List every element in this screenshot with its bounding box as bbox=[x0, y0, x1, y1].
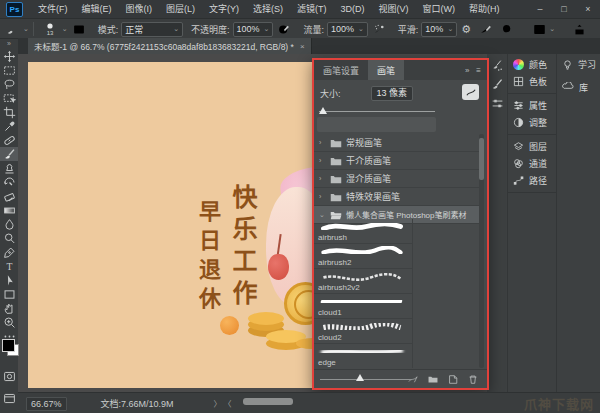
panel-tab-paths[interactable]: 路径 bbox=[508, 172, 556, 189]
minimize-button[interactable]: – bbox=[528, 0, 552, 18]
tool-clone-stamp[interactable] bbox=[0, 161, 18, 175]
brush-tool-preset-icon[interactable] bbox=[6, 23, 19, 36]
tool-zoom[interactable] bbox=[0, 315, 18, 329]
opacity-pressure-icon[interactable] bbox=[277, 23, 291, 36]
size-pressure-icon[interactable] bbox=[479, 23, 493, 36]
menu-edit[interactable]: 编辑(E) bbox=[75, 0, 119, 18]
menu-file[interactable]: 文件(F) bbox=[31, 0, 75, 18]
tool-hand[interactable] bbox=[0, 301, 18, 315]
panel-bottom-bar bbox=[314, 369, 487, 388]
size-value[interactable]: 13 像素 bbox=[371, 86, 414, 101]
tool-brush[interactable] bbox=[0, 147, 18, 161]
tool-eyedropper[interactable] bbox=[0, 119, 18, 133]
tool-path-selection[interactable] bbox=[0, 273, 18, 287]
panel-tab-swatches[interactable]: 色板 bbox=[508, 73, 556, 90]
brush-item[interactable]: cloud1 bbox=[314, 294, 413, 319]
search-icon[interactable] bbox=[501, 23, 514, 36]
menu-help[interactable]: 帮助(H) bbox=[462, 0, 507, 18]
brush-item[interactable]: airbrush bbox=[314, 219, 413, 244]
workspace-switcher-icon[interactable]: ⌄ bbox=[532, 23, 555, 36]
panel-scrollbar-thumb[interactable] bbox=[479, 138, 484, 180]
close-button[interactable]: × bbox=[576, 0, 600, 18]
menu-image[interactable]: 图像(I) bbox=[119, 0, 160, 18]
tool-lasso[interactable] bbox=[0, 77, 18, 91]
foreground-color-swatch[interactable] bbox=[2, 339, 15, 352]
menu-type[interactable]: 文字(Y) bbox=[202, 0, 246, 18]
brush-item[interactable]: airbrush2v2 bbox=[314, 269, 413, 294]
brush-item[interactable]: airbrush2 bbox=[314, 244, 413, 269]
size-slider-track[interactable] bbox=[319, 111, 435, 112]
menu-layer[interactable]: 图层(L) bbox=[159, 0, 202, 18]
share-icon[interactable] bbox=[573, 23, 586, 36]
tab-close-icon[interactable]: × bbox=[300, 42, 305, 51]
airbrush-icon[interactable] bbox=[372, 23, 386, 36]
panel-tab-properties[interactable]: 属性 bbox=[508, 97, 556, 114]
stroke-preview-toggle-icon[interactable] bbox=[462, 84, 479, 100]
panel-scrollbar[interactable] bbox=[479, 134, 484, 368]
tool-pen[interactable] bbox=[0, 245, 18, 259]
menu-3d[interactable]: 3D(D) bbox=[334, 0, 372, 18]
menu-filter[interactable]: 滤镜(T) bbox=[290, 0, 334, 18]
panel-tab-layers[interactable]: 图层 bbox=[508, 138, 556, 155]
brush-folder[interactable]: › 湿介质画笔 bbox=[314, 170, 480, 188]
tab-brush-settings[interactable]: 画笔设置 bbox=[314, 60, 368, 80]
brush-stroke-preview bbox=[316, 244, 408, 259]
status-arrows[interactable]: 〉〈 bbox=[214, 398, 238, 409]
canvas-text-left: 早日退休 bbox=[191, 200, 223, 340]
brush-folder[interactable]: › 干介质画笔 bbox=[314, 152, 480, 170]
brush-item[interactable]: cloud2 bbox=[314, 319, 413, 344]
menu-window[interactable]: 窗口(W) bbox=[416, 0, 463, 18]
delete-brush-trash-icon[interactable] bbox=[467, 374, 479, 385]
smoothing-select[interactable]: 10%⌄ bbox=[421, 22, 457, 37]
toolbar-expand-icon[interactable]: » bbox=[0, 39, 18, 49]
brushes-panel-icon[interactable] bbox=[487, 75, 507, 94]
smoothing-options-gear-icon[interactable]: ⚙ bbox=[461, 23, 471, 36]
quick-mask-icon[interactable] bbox=[0, 369, 18, 383]
tool-type[interactable]: T bbox=[0, 259, 18, 273]
maximize-button[interactable]: □ bbox=[552, 0, 576, 18]
panel-tab-channels[interactable]: 通道 bbox=[508, 155, 556, 172]
size-slider-thumb[interactable] bbox=[319, 107, 327, 114]
screen-mode-icon[interactable] bbox=[0, 391, 18, 405]
flow-select[interactable]: 100%⌄ bbox=[327, 22, 368, 37]
tool-eraser[interactable] bbox=[0, 189, 18, 203]
menu-select[interactable]: 选择(S) bbox=[246, 0, 290, 18]
new-group-folder-icon[interactable] bbox=[427, 374, 439, 385]
brush-folder[interactable]: › 常规画笔 bbox=[314, 134, 480, 152]
tool-rectangular-marquee[interactable] bbox=[0, 63, 18, 77]
tool-history-brush[interactable] bbox=[0, 175, 18, 189]
tool-rectangle[interactable] bbox=[0, 287, 18, 301]
panel-tab-learn[interactable]: 学习 bbox=[557, 56, 600, 73]
brushes-panel[interactable]: 画笔设置 画笔 » ≡ 大小: 13 像素 › 常规画笔 › 干介质画笔 › 湿… bbox=[312, 58, 489, 390]
smoothing-label: 平滑: bbox=[398, 23, 419, 36]
opacity-select[interactable]: 100%⌄ bbox=[233, 22, 274, 37]
tool-blur[interactable] bbox=[0, 217, 18, 231]
collapse-panel-icon[interactable]: » bbox=[465, 66, 469, 75]
preview-size-slider-thumb[interactable] bbox=[356, 374, 364, 381]
menu-view[interactable]: 视图(V) bbox=[372, 0, 416, 18]
tool-crop[interactable] bbox=[0, 105, 18, 119]
new-brush-icon[interactable] bbox=[447, 374, 459, 385]
panel-tab-libraries[interactable]: 库 bbox=[557, 79, 600, 96]
brush-settings-panel-icon[interactable] bbox=[487, 56, 507, 75]
panel-menu-icon[interactable]: ≡ bbox=[476, 66, 481, 75]
panel-tab-color[interactable]: 颜色 bbox=[508, 56, 556, 73]
brush-preset-picker[interactable]: 13 bbox=[42, 21, 58, 37]
tool-object-selection[interactable] bbox=[0, 91, 18, 105]
brush-item[interactable]: edge bbox=[314, 344, 413, 368]
horizontal-scrollbar-thumb[interactable] bbox=[243, 398, 293, 405]
panel-tab-adjustments[interactable]: 调整 bbox=[508, 114, 556, 131]
tool-move[interactable] bbox=[0, 49, 18, 63]
toggle-brush-settings-panel-icon[interactable] bbox=[72, 23, 86, 36]
tool-gradient[interactable] bbox=[0, 203, 18, 217]
brush-folder[interactable]: › 特殊效果画笔 bbox=[314, 188, 480, 206]
preview-size-slider-track[interactable] bbox=[320, 379, 412, 380]
tool-spot-healing[interactable] bbox=[0, 133, 18, 147]
mode-select[interactable]: 正常⌄ bbox=[121, 22, 183, 37]
color-swatches[interactable] bbox=[2, 339, 18, 355]
document-tab[interactable]: 未标题-1 @ 66.7% (6775f2421153c60a8daf8b183… bbox=[28, 38, 312, 54]
tool-dodge[interactable] bbox=[0, 231, 18, 245]
tool-presets-panel-icon[interactable] bbox=[487, 94, 507, 113]
zoom-level-field[interactable]: 66.67% bbox=[26, 397, 67, 411]
tab-brushes[interactable]: 画笔 bbox=[368, 60, 404, 80]
